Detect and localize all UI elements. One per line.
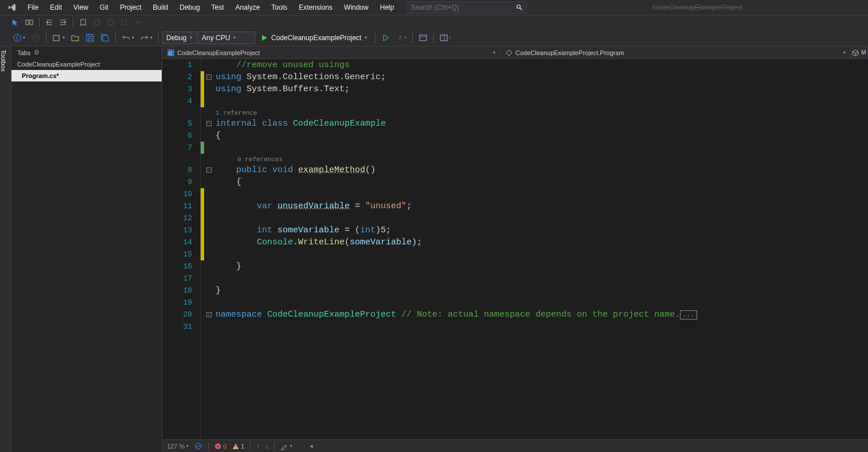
undo-button[interactable]: ▾ — [119, 31, 136, 45]
crumb-project[interactable]: C CodeCleanupExampleProject ▾ — [162, 46, 501, 59]
fold-toggle[interactable]: + — [204, 309, 213, 321]
tabs-header: Tabs ⚙ — [11, 46, 162, 59]
play-icon — [261, 34, 268, 41]
toolbar-row-2: ▾ ▾ ▾ ▾ Debug▾ Any CPU▾ CodeCleanupExamp… — [0, 29, 868, 46]
code-text[interactable]: //remove unused usings using System.Coll… — [213, 59, 868, 439]
no-issues-icon[interactable] — [194, 442, 202, 450]
svg-rect-6 — [420, 35, 427, 41]
zoom-level[interactable]: 127 % ▾ — [167, 443, 189, 450]
main-area: Toolbox Tabs ⚙ CodeCleanupExampleProject… — [0, 46, 868, 452]
start-debugging-button[interactable]: CodeCleanupExampleProject ▾ — [256, 32, 372, 44]
bookmark-next-icon[interactable] — [104, 16, 117, 29]
separator — [73, 18, 73, 27]
save-button[interactable] — [83, 31, 97, 45]
configuration-combo[interactable]: Debug▾ — [162, 32, 197, 44]
svg-rect-5 — [53, 36, 59, 41]
menu-file[interactable]: File — [22, 1, 44, 14]
vs-logo-icon — [7, 2, 17, 13]
nav-forward-button[interactable] — [29, 31, 42, 45]
layout-button-1[interactable] — [416, 31, 430, 45]
crumb-symbol[interactable]: CodeCleanupExampleProject.Program ▾ — [501, 46, 851, 59]
sidebar-item-program[interactable]: Program.cs* — [11, 70, 162, 81]
codelens-method[interactable]: 0 references — [216, 154, 868, 164]
new-project-button[interactable]: ▾ — [50, 31, 67, 45]
quick-launch-search[interactable] — [406, 1, 527, 14]
separator — [412, 33, 413, 43]
bookmark-icon[interactable] — [77, 16, 89, 29]
bookmark-clear-icon[interactable] — [118, 16, 131, 29]
save-all-button[interactable] — [98, 31, 112, 45]
cursor-icon[interactable] — [9, 16, 22, 29]
indent-right-icon[interactable] — [57, 16, 69, 29]
svg-point-4 — [32, 34, 39, 41]
menu-test[interactable]: Test — [206, 1, 230, 14]
toolbox-tab[interactable]: Toolbox — [0, 46, 11, 452]
tabs-title: Tabs — [17, 49, 30, 56]
svg-rect-7 — [440, 35, 447, 41]
start-without-debug-button[interactable] — [379, 31, 393, 45]
breadcrumb-bar: C CodeCleanupExampleProject ▾ CodeCleanu… — [162, 46, 868, 59]
separator — [39, 18, 40, 27]
svg-rect-1 — [26, 20, 29, 25]
separator — [433, 33, 434, 43]
dropdown-icon[interactable] — [132, 16, 144, 29]
gear-icon[interactable]: ⚙ — [34, 49, 40, 56]
separator — [46, 33, 46, 43]
menu-edit[interactable]: Edit — [44, 1, 68, 14]
menu-build[interactable]: Build — [147, 1, 174, 14]
nav-up-icon[interactable]: ↑ — [256, 443, 260, 450]
menu-git[interactable]: Git — [94, 1, 114, 14]
csharp-project-icon: C — [167, 49, 175, 57]
fold-toggle[interactable]: − — [204, 118, 213, 130]
code-editor[interactable]: 1 2 3 4 5 6 7 8 9 10 11 12 13 14 15 16 1… — [162, 59, 868, 439]
fold-toggle[interactable]: − — [204, 164, 213, 176]
svg-point-10 — [196, 443, 201, 449]
separator — [115, 33, 116, 43]
menu-tools[interactable]: Tools — [265, 1, 293, 14]
class-icon — [505, 49, 513, 57]
hot-reload-button[interactable]: ▾ — [394, 31, 409, 45]
platform-combo[interactable]: Any CPU▾ — [198, 32, 255, 44]
fold-ellipsis[interactable]: ... — [680, 310, 697, 319]
separator — [375, 33, 376, 43]
editor-area: C CodeCleanupExampleProject ▾ CodeCleanu… — [162, 46, 868, 452]
cube-icon — [852, 49, 859, 57]
menu-bar: File Edit View Git Project Build Debug T… — [0, 0, 868, 15]
svg-point-0 — [517, 5, 521, 9]
svg-text:C: C — [169, 50, 173, 56]
layout-button-2[interactable]: ⁞ — [437, 31, 453, 45]
menu-project[interactable]: Project — [114, 1, 147, 14]
menu-analyze[interactable]: Analyze — [230, 1, 266, 14]
scroll-left-icon[interactable]: ◂ — [310, 442, 313, 450]
toggle-icon[interactable] — [23, 16, 36, 29]
tabs-panel: Tabs ⚙ CodeCleanupExampleProject Program… — [11, 46, 162, 452]
menu-window[interactable]: Window — [338, 1, 374, 14]
nav-back-button[interactable]: ▾ — [10, 31, 28, 45]
brush-icon[interactable]: ▾ — [280, 442, 292, 450]
codelens-class[interactable]: 1 reference — [216, 107, 868, 118]
menu-help[interactable]: Help — [374, 1, 400, 14]
line-number-gutter: 1 2 3 4 5 6 7 8 9 10 11 12 13 14 15 16 1… — [162, 59, 201, 439]
svg-point-3 — [14, 34, 21, 41]
menu-debug[interactable]: Debug — [174, 1, 205, 14]
menu-view[interactable]: View — [68, 1, 94, 14]
sidebar-item-project[interactable]: CodeCleanupExampleProject — [11, 59, 162, 70]
warning-count[interactable]: 1 — [232, 443, 244, 450]
error-count[interactable]: 0 — [214, 443, 226, 450]
search-input[interactable] — [410, 3, 508, 11]
search-icon — [516, 4, 523, 11]
svg-rect-2 — [30, 20, 33, 25]
redo-button[interactable]: ▾ — [138, 31, 155, 45]
crumb-member[interactable]: M — [851, 46, 868, 59]
window-title: CodeCleanupExampleProject — [635, 3, 760, 11]
fold-gutter: − − − + — [204, 59, 213, 439]
menu-extensions[interactable]: Extensions — [293, 1, 338, 14]
open-file-button[interactable] — [68, 31, 82, 45]
toolbar-row-1 — [0, 15, 868, 29]
fold-toggle[interactable]: − — [204, 71, 213, 83]
nav-down-icon[interactable]: ↓ — [265, 443, 269, 450]
bookmark-prev-icon[interactable] — [91, 16, 103, 29]
separator — [158, 33, 159, 43]
indent-left-icon[interactable] — [43, 16, 56, 29]
editor-status-bar: 127 % ▾ 0 1 ↑ ↓ ▾ ◂ — [162, 439, 868, 452]
